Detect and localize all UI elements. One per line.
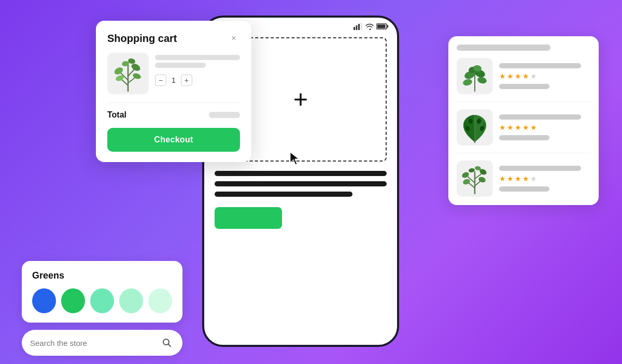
search-icon — [160, 336, 174, 350]
product-stars-3: ★ ★ ★ ★ ★ — [499, 174, 590, 183]
product-stars-1: ★ ★ ★ ★ ★ — [499, 72, 590, 80]
cart-item: − 1 + — [107, 53, 240, 94]
product-stars-2: ★ ★ ★ ★ ★ — [499, 123, 590, 132]
cart-close-button[interactable]: × — [228, 32, 240, 45]
shopping-cart-card: Shopping cart × − — [96, 21, 251, 162]
phone-text-lines — [215, 171, 387, 197]
star-1: ★ — [499, 123, 506, 132]
product-name-line2 — [499, 114, 581, 120]
star-2: ★ — [507, 123, 514, 132]
svg-rect-14 — [356, 25, 358, 30]
palette-title: Greens — [32, 270, 172, 281]
star-5: ★ — [530, 174, 537, 183]
cart-total-value — [209, 112, 240, 118]
svg-point-24 — [462, 78, 472, 86]
product-thumb-2 — [457, 109, 493, 145]
svg-rect-15 — [358, 24, 360, 30]
cart-divider — [107, 103, 240, 103]
cart-item-name-line2 — [155, 63, 206, 68]
cart-header: Shopping cart × — [107, 32, 240, 45]
search-bar — [22, 330, 182, 356]
cart-total-label: Total — [107, 110, 126, 120]
star-4: ★ — [522, 174, 529, 183]
cart-total-row: Total — [107, 110, 240, 120]
cart-qty-row: − 1 + — [155, 75, 240, 86]
product-item-2: ★ ★ ★ ★ ★ — [457, 109, 590, 153]
product-name-line3 — [499, 166, 581, 171]
svg-rect-18 — [387, 25, 389, 28]
svg-point-25 — [476, 76, 487, 84]
product-list-header-bar — [457, 45, 550, 51]
svg-rect-13 — [354, 27, 355, 30]
cursor-arrow-icon — [290, 152, 302, 168]
star-2: ★ — [507, 72, 514, 80]
status-icons — [354, 23, 389, 30]
color-green[interactable] — [61, 288, 85, 313]
plus-icon: + — [293, 87, 308, 112]
product-item-3: ★ ★ ★ ★ ★ — [457, 161, 590, 197]
checkout-button[interactable]: Checkout — [107, 128, 240, 152]
cart-item-image — [107, 53, 149, 94]
text-line-1 — [215, 171, 387, 176]
svg-line-12 — [168, 344, 171, 347]
wifi-icon — [365, 23, 374, 30]
palette-colors — [32, 288, 172, 313]
svg-point-40 — [462, 178, 471, 185]
cart-title: Shopping cart — [107, 33, 177, 45]
star-3: ★ — [515, 123, 521, 132]
product-info-2: ★ ★ ★ ★ ★ — [499, 114, 590, 140]
qty-decrease-button[interactable]: − — [155, 75, 166, 86]
star-2: ★ — [507, 174, 514, 183]
product-price-line3 — [499, 186, 549, 192]
color-lighter-green[interactable] — [119, 288, 143, 313]
star-4: ★ — [522, 72, 529, 80]
plant-olive-icon — [458, 162, 492, 196]
color-blue-green[interactable] — [32, 288, 56, 313]
qty-increase-button[interactable]: + — [181, 75, 192, 86]
phone-cta-button[interactable] — [215, 207, 282, 229]
svg-rect-16 — [361, 23, 362, 30]
svg-rect-19 — [377, 25, 386, 28]
cart-qty-value: 1 — [172, 76, 176, 84]
cart-item-details: − 1 + — [155, 53, 240, 94]
star-5: ★ — [530, 72, 537, 80]
star-1: ★ — [499, 174, 506, 183]
product-info-1: ★ ★ ★ ★ ★ — [499, 63, 590, 89]
svg-point-6 — [130, 62, 142, 72]
svg-marker-20 — [290, 152, 299, 165]
star-5: ★ — [530, 123, 537, 132]
cart-item-name-line1 — [155, 55, 240, 60]
svg-line-36 — [469, 183, 475, 188]
product-thumb-3 — [457, 161, 493, 197]
product-price-line1 — [499, 84, 549, 89]
product-thumb-1 — [457, 58, 493, 94]
text-line-2 — [215, 181, 387, 186]
svg-point-42 — [468, 168, 475, 173]
product-info-3: ★ ★ ★ ★ ★ — [499, 166, 590, 192]
star-3: ★ — [515, 72, 521, 80]
plant-eucalyptus-icon — [110, 54, 146, 93]
product-item-1: ★ ★ ★ ★ ★ — [457, 58, 590, 102]
svg-line-3 — [121, 79, 128, 85]
star-4: ★ — [522, 123, 529, 132]
color-light-green[interactable] — [90, 288, 114, 313]
star-1: ★ — [499, 72, 506, 80]
svg-line-4 — [128, 77, 136, 83]
star-3: ★ — [515, 174, 521, 183]
search-input[interactable] — [30, 339, 160, 347]
signal-bars-icon — [354, 23, 363, 30]
color-pale-green[interactable] — [148, 288, 172, 313]
product-name-line1 — [499, 63, 581, 68]
text-line-3 — [215, 192, 352, 197]
product-price-line2 — [499, 135, 549, 140]
battery-icon — [376, 23, 389, 30]
color-palette-card: Greens — [22, 261, 182, 323]
plant-small-leaves-icon — [458, 60, 492, 93]
plant-monstera-icon — [458, 111, 492, 144]
product-list-card: ★ ★ ★ ★ ★ — [448, 36, 599, 205]
